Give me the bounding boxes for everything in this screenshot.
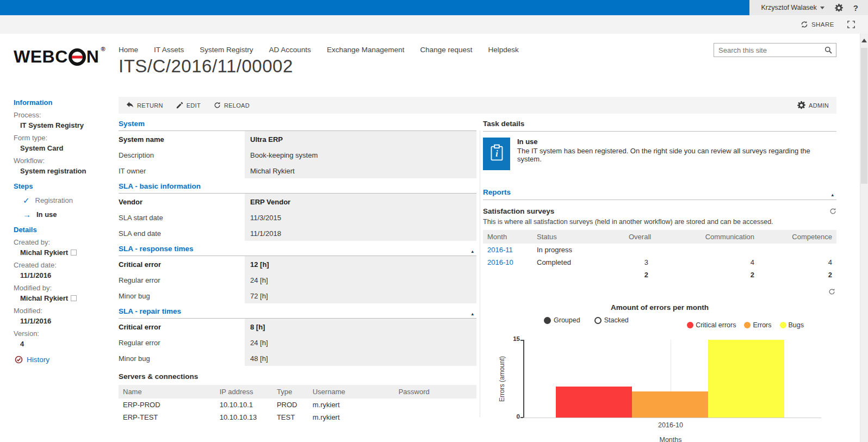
legend-label: Critical errors [696, 321, 736, 329]
webcon-logo: WEBC N ® [14, 47, 106, 67]
sidebar-field-value: System Card [14, 144, 115, 152]
chart-mode-radios: GroupedStacked [544, 316, 629, 324]
form-row-value: 8 [h] [245, 319, 476, 334]
table-cell: 2 [624, 269, 653, 281]
arrow-right-icon: → [23, 210, 31, 219]
nav-item-change-request[interactable]: Change request [420, 46, 472, 54]
edit-button[interactable]: EDIT [176, 102, 201, 109]
task-step-name: In use [517, 138, 836, 146]
column-header-username: Username [308, 385, 394, 399]
surveys-title: Satisfaction surveys [483, 207, 829, 215]
legend-item-errors[interactable]: Errors [744, 321, 771, 329]
scrollbar-thumb[interactable] [861, 48, 867, 184]
nav-item-system-registry[interactable]: System Registry [200, 46, 253, 54]
sidebar-steps: ✓Registration→In use [14, 196, 115, 219]
form-row: IT ownerMichal Rykiert [119, 163, 476, 178]
sidebar-field-label: Version: [14, 329, 115, 338]
y-tick-mark [520, 417, 523, 418]
page-title: ITS/C/2016/11/00002 [119, 56, 293, 77]
scroll-up-arrow-icon[interactable] [861, 39, 867, 42]
section-heading: SLA - basic information [119, 178, 476, 194]
search-input[interactable] [714, 46, 824, 54]
help-icon[interactable]: ? [853, 3, 858, 13]
legend-item-critical-errors[interactable]: Critical errors [687, 321, 736, 329]
x-axis-line [523, 418, 821, 418]
chart-refresh-row [483, 288, 836, 295]
nav-item-it-assets[interactable]: IT Assets [154, 46, 184, 54]
column-header-competence: Competence [759, 230, 836, 244]
history-label: History [27, 356, 49, 364]
form-row-value: ERP Vendor [245, 194, 476, 209]
search-icon[interactable] [824, 46, 832, 54]
nav-item-home[interactable]: Home [119, 46, 138, 54]
admin-button[interactable]: ADMIN [797, 101, 829, 109]
edit-label: EDIT [187, 102, 201, 109]
legend-label: Bugs [789, 321, 804, 329]
return-arrow-icon [126, 102, 134, 109]
collapse-icon[interactable]: ▴ [831, 192, 834, 197]
focus-on-content-icon[interactable] [847, 21, 855, 28]
logo-text-suffix: N [86, 47, 100, 67]
table-cell: 2016-11 [483, 244, 532, 256]
gear-icon [797, 101, 805, 109]
table-cell: 10.10.10.13 [215, 411, 272, 424]
column-divider [480, 130, 480, 417]
sidebar-field-value-text: System Card [20, 144, 63, 152]
sidebar-field-value-text: 11/1/2016 [20, 317, 51, 325]
bar-bugs[interactable] [708, 340, 784, 418]
form-section-system: SystemSystem nameUltra ERPDescriptionBoo… [119, 116, 476, 178]
collapse-icon[interactable]: ▴ [471, 248, 474, 254]
user-menu[interactable]: Krzysztof Walasek [761, 4, 824, 11]
legend-item-bugs[interactable]: Bugs [780, 321, 804, 329]
sidebar-field-value-text: 11/1/2016 [20, 271, 51, 279]
reports-title: Reports [483, 188, 511, 196]
form-row-label: Regular error [119, 272, 245, 288]
table-cell [624, 244, 653, 256]
sidebar-field-value-text: 4 [20, 340, 24, 348]
chart-mode-radio-stacked[interactable]: Stacked [594, 316, 629, 324]
column-header-name: Name [119, 385, 215, 399]
chart-mode-radio-grouped[interactable]: Grouped [544, 316, 580, 324]
chevron-down-icon [820, 7, 824, 9]
nav-item-helpdesk[interactable]: Helpdesk [488, 46, 519, 54]
surveys-table-body: 2016-11In progress2016-10Completed344222 [483, 244, 836, 281]
bar-critical-errors[interactable] [556, 387, 632, 418]
form-row-label: Critical error [119, 319, 245, 334]
nav-item-exchange-management[interactable]: Exchange Management [327, 46, 405, 54]
nav-item-ad-accounts[interactable]: AD Accounts [269, 46, 311, 54]
page: Krzysztof Walasek ? SHARE WEBC N ® HomeI… [0, 0, 868, 442]
collapse-icon[interactable]: ▴ [471, 311, 474, 316]
surveys-table-head: MonthStatusOverallCommunicationCompetenc… [483, 230, 836, 244]
form-row: VendorERP Vendor [119, 194, 476, 209]
sidebar-field-value: System registration [14, 167, 115, 175]
month-link[interactable]: 2016-11 [487, 246, 513, 254]
table-row: ERP-TEST10.10.10.13TESTm.rykiert [119, 411, 476, 424]
share-button[interactable]: SHARE [801, 21, 834, 28]
presence-checkbox [71, 295, 77, 301]
vertical-scrollbar[interactable] [860, 34, 868, 442]
task-panel: Task details i In use The IT system has … [483, 116, 836, 442]
table-cell [759, 244, 836, 256]
refresh-icon[interactable] [829, 208, 836, 215]
top-nav: HomeIT AssetsSystem RegistryAD AccountsE… [119, 46, 519, 54]
history-link[interactable]: History [14, 356, 115, 364]
form-row-label: SLA end date [119, 225, 245, 241]
table-cell: Completed [532, 256, 624, 269]
bar-errors[interactable] [632, 391, 708, 418]
step-label: In use [36, 210, 57, 219]
sidebar-field-label: Form type: [14, 134, 115, 142]
legend-label: Errors [753, 321, 771, 329]
gear-icon[interactable] [835, 4, 843, 12]
chart-legend: Critical errorsErrorsBugs [687, 321, 836, 329]
y-axis-line [523, 340, 524, 418]
sidebar-field-label: Workflow: [14, 157, 115, 165]
column-header-overall: Overall [624, 230, 653, 244]
table-cell: PROD [272, 399, 308, 411]
month-link[interactable]: 2016-10 [487, 258, 513, 266]
form-row-value: 24 [h] [245, 334, 476, 350]
return-button[interactable]: RETURN [126, 102, 163, 109]
servers-table-head: NameIP addressTypeUsernamePassword [119, 385, 476, 399]
reload-button[interactable]: RELOAD [214, 102, 250, 109]
refresh-icon[interactable] [828, 288, 835, 295]
form-row-value: 24 [h] [245, 272, 476, 288]
